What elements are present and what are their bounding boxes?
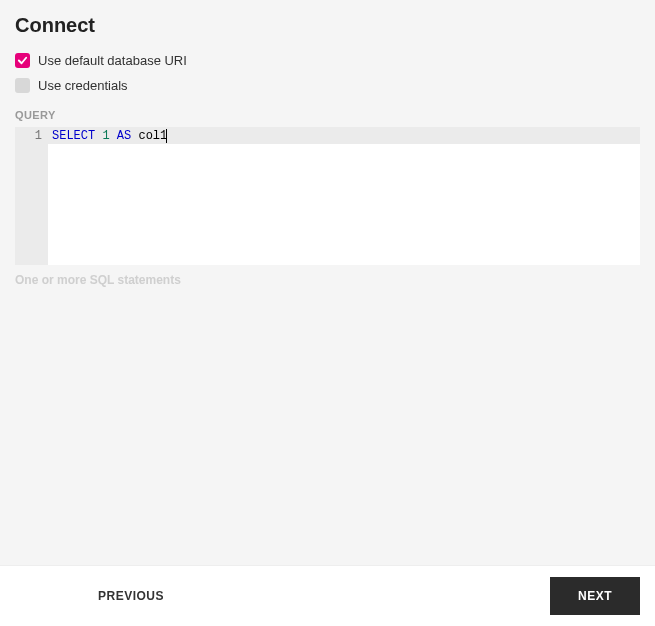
text-cursor-icon: [166, 129, 167, 143]
editor-gutter: 1: [15, 127, 48, 265]
checkbox-unchecked-icon: [15, 78, 30, 93]
query-section-label: QUERY: [15, 109, 640, 121]
query-hint: One or more SQL statements: [15, 273, 640, 287]
editor-body[interactable]: SELECT 1 AS col1: [48, 127, 640, 265]
use-default-db-uri-checkbox-row[interactable]: Use default database URI: [15, 53, 640, 68]
footer-bar: PREVIOUS NEXT: [0, 565, 655, 626]
sql-number: 1: [102, 129, 109, 143]
content-area: Connect Use default database URI Use cre…: [0, 0, 655, 565]
use-credentials-checkbox-row[interactable]: Use credentials: [15, 78, 640, 93]
sql-keyword: SELECT: [52, 129, 95, 143]
checkbox-checked-icon: [15, 53, 30, 68]
previous-button[interactable]: PREVIOUS: [70, 577, 192, 615]
sql-keyword: AS: [117, 129, 131, 143]
use-default-db-uri-label: Use default database URI: [38, 53, 187, 68]
page-title: Connect: [15, 14, 640, 37]
line-number: 1: [15, 129, 42, 143]
sql-identifier: col1: [138, 129, 167, 143]
code-line: SELECT 1 AS col1: [48, 127, 640, 143]
query-editor[interactable]: 1 SELECT 1 AS col1: [15, 127, 640, 265]
use-credentials-label: Use credentials: [38, 78, 128, 93]
next-button[interactable]: NEXT: [550, 577, 640, 615]
